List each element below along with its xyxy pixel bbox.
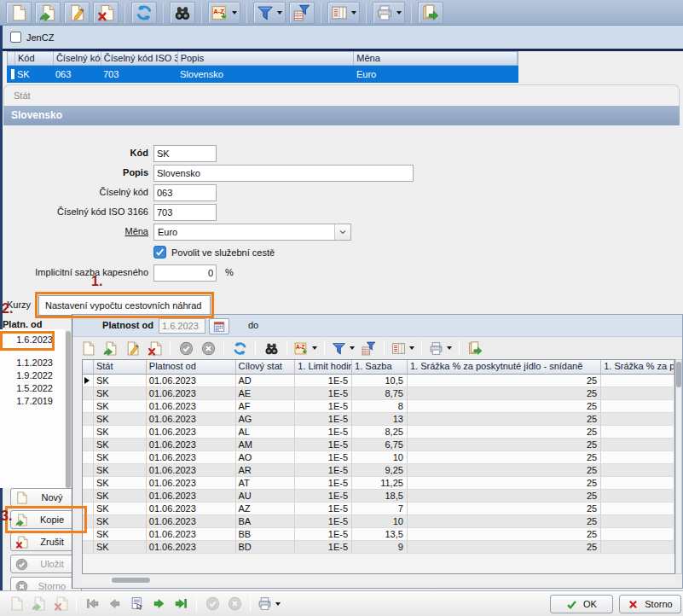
new-record-button[interactable] xyxy=(6,595,26,613)
column-header[interactable]: Kód xyxy=(15,52,54,65)
record-list-button[interactable] xyxy=(126,595,147,613)
table-row[interactable]: SK01.06.2023BB1E-513,525 xyxy=(83,528,674,541)
delete-record-button[interactable] xyxy=(93,2,119,24)
table-row[interactable]: SK01.06.2023AF1E-5825 xyxy=(83,400,674,413)
print-button[interactable] xyxy=(256,595,282,613)
search-button[interactable] xyxy=(261,339,281,357)
column-header[interactable]: Cílový stat xyxy=(236,360,296,375)
rates-vertical-scrollbar[interactable] xyxy=(675,359,682,574)
column-header[interactable]: Stát xyxy=(94,360,147,375)
table-row[interactable]: SK01.06.2023AM1E-56,7525 xyxy=(83,439,674,451)
refresh-button[interactable] xyxy=(131,2,157,24)
column-header[interactable]: 1. Srážka % za poskytnuté jídlo - snídan… xyxy=(408,360,601,375)
date-list-item[interactable]: 1.5.2022 xyxy=(2,383,53,393)
cancel-button[interactable] xyxy=(198,339,218,357)
column-header[interactable]: Popis xyxy=(178,52,355,65)
povolit-checkbox[interactable] xyxy=(153,246,166,259)
calendar-button[interactable] xyxy=(209,318,229,334)
table-row[interactable]: SK01.06.2023BA1E-51025 xyxy=(83,515,674,528)
edit-record-button[interactable] xyxy=(64,2,90,24)
first-record-button[interactable] xyxy=(82,595,102,613)
iso-kod-input[interactable] xyxy=(153,204,217,221)
scrollbar-thumb[interactable] xyxy=(112,578,150,583)
jencz-checkbox[interactable] xyxy=(10,32,21,43)
table-cell: 1E-5 xyxy=(295,387,352,400)
confirm-button[interactable] xyxy=(202,595,223,613)
table-row[interactable]: SK01.06.2023AD1E-510,525 xyxy=(83,375,674,387)
table-row[interactable]: SK01.06.2023AR1E-59,2525 xyxy=(83,464,674,477)
columns-button[interactable] xyxy=(327,2,360,24)
table-cell: 01.06.2023 xyxy=(147,464,236,477)
column-header[interactable]: Číselný kód xyxy=(54,52,101,65)
date-list-item[interactable]: 1.1.2023 xyxy=(2,357,53,368)
storno-button[interactable]: Storno xyxy=(619,595,681,613)
delete-record-button[interactable] xyxy=(144,339,165,357)
columns-button[interactable] xyxy=(390,339,416,357)
sazba-input[interactable] xyxy=(153,264,217,282)
copy-record-button[interactable] xyxy=(28,595,49,613)
date-list-item[interactable]: 1.9.2022 xyxy=(2,370,53,381)
kod-input[interactable] xyxy=(153,145,217,162)
date-list-item[interactable]: 1.7.2019 xyxy=(2,396,53,406)
column-header[interactable]: Platnost od xyxy=(147,360,236,375)
filter-button[interactable] xyxy=(253,2,286,24)
column-header[interactable]: 1. Srážka % za pos xyxy=(601,360,674,375)
mena-label[interactable]: Měna xyxy=(3,226,148,236)
toolbar-separator xyxy=(411,3,412,23)
mena-value: Euro xyxy=(154,227,334,237)
table-row[interactable]: SK01.06.2023AE1E-58,7525 xyxy=(83,387,674,400)
mena-select[interactable]: Euro xyxy=(153,224,351,241)
header-marker-cell xyxy=(8,52,15,65)
sort-az-button[interactable]: A-Z xyxy=(292,339,319,357)
table-row[interactable]: SK01.06.2023AL1E-58,2525 xyxy=(83,426,674,439)
date-list-item-selected[interactable]: 1.6.2023 xyxy=(2,334,53,345)
countries-selected-row[interactable]: SK063703SlovenskoEuro xyxy=(7,66,518,83)
popis-input[interactable] xyxy=(153,165,414,182)
last-record-button[interactable] xyxy=(171,595,191,613)
copy-record-button[interactable] xyxy=(35,2,61,24)
filter-advanced-button[interactable] xyxy=(358,339,379,357)
dates-scrollbar[interactable] xyxy=(66,331,71,488)
column-header[interactable]: Číselný kód ISO 3166 xyxy=(101,52,178,65)
ok-button[interactable]: OK xyxy=(550,595,613,613)
export-button[interactable] xyxy=(418,2,443,24)
new-record-button[interactable] xyxy=(78,339,98,357)
rates-horizontal-scrollbar[interactable] xyxy=(82,576,675,584)
table-cell: 1E-5 xyxy=(295,426,352,439)
new-document-button[interactable] xyxy=(6,2,32,24)
platnost-od-input[interactable] xyxy=(159,318,205,334)
search-button[interactable] xyxy=(170,2,195,24)
filter-advanced-button[interactable] xyxy=(289,2,315,24)
validity-bar: Platnost od do xyxy=(72,315,682,337)
export-button[interactable] xyxy=(465,339,485,357)
ciselny-kod-input[interactable] xyxy=(153,184,217,201)
next-record-button[interactable] xyxy=(148,595,169,613)
print-button[interactable] xyxy=(373,2,405,24)
table-cell: 703 xyxy=(101,69,177,79)
column-header[interactable]: Měna xyxy=(354,52,518,65)
confirm-button[interactable] xyxy=(176,339,196,357)
table-cell: SK xyxy=(94,541,147,554)
mena-dropdown-button[interactable] xyxy=(334,224,350,240)
refresh-button[interactable] xyxy=(229,339,250,357)
table-row[interactable]: SK01.06.2023AO1E-51025 xyxy=(83,451,674,464)
sort-az-button[interactable]: A-Z xyxy=(208,2,240,24)
table-row[interactable]: SK01.06.2023AT1E-511,2525 xyxy=(83,477,674,490)
column-header[interactable]: 1. Sazba xyxy=(352,360,408,375)
column-header[interactable]: 1. Limit hodin xyxy=(295,360,352,375)
table-cell: 25 xyxy=(408,541,601,554)
filter-button[interactable] xyxy=(330,339,356,357)
cancel-button[interactable] xyxy=(224,595,245,613)
print-button[interactable] xyxy=(427,339,454,357)
copy-record-button[interactable] xyxy=(100,339,120,357)
previous-record-button[interactable] xyxy=(104,595,124,613)
tab-nastaveni-nahrad[interactable]: Nastavení vypočtu cestovních náhrad xyxy=(38,295,211,316)
table-cell: SK xyxy=(94,490,147,503)
table-row[interactable]: SK01.06.2023AG1E-51325 xyxy=(83,413,674,426)
table-row[interactable]: SK01.06.2023BD1E-5925 xyxy=(83,541,674,554)
scrollbar-thumb[interactable] xyxy=(676,362,681,387)
table-row[interactable]: SK01.06.2023AU1E-518,525 xyxy=(83,490,674,503)
edit-record-button[interactable] xyxy=(122,339,142,357)
table-row[interactable]: SK01.06.2023AZ1E-5725 xyxy=(83,503,674,515)
delete-record-button[interactable] xyxy=(50,595,71,613)
